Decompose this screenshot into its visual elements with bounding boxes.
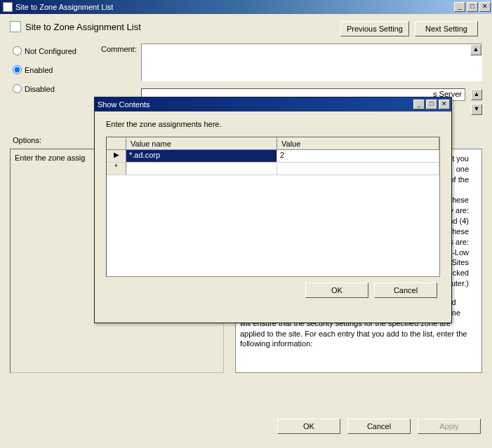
cell-value-name[interactable] — [126, 163, 277, 175]
main-button-bar: OK Cancel Apply — [0, 409, 492, 434]
comment-scroll-up[interactable]: ▲ — [470, 44, 481, 55]
radio-disabled[interactable]: Disabled — [13, 84, 101, 93]
show-contents-dialog: Show Contents _ □ ✕ Enter the zone assig… — [94, 97, 452, 323]
row-indicator: ▶ — [107, 150, 126, 162]
radio-enabled[interactable]: Enabled — [13, 65, 101, 74]
grid-corner — [107, 137, 126, 149]
radio-not-configured-input[interactable] — [13, 46, 22, 55]
radio-not-configured[interactable]: Not Configured — [13, 46, 101, 55]
radio-disabled-input[interactable] — [13, 84, 22, 93]
close-button[interactable]: ✕ — [479, 2, 491, 12]
cell-value-name[interactable]: *.ad.corp — [126, 150, 277, 162]
page-title: Site to Zone Assignment List — [25, 22, 141, 32]
dialog-titlebar: Show Contents _ □ ✕ — [95, 97, 451, 111]
row-indicator: * — [107, 163, 126, 175]
app-icon — [3, 2, 13, 12]
dialog-minimize-button[interactable]: _ — [413, 100, 425, 109]
dialog-title: Show Contents — [98, 100, 150, 109]
supports-scroll-down[interactable]: ▼ — [471, 104, 482, 115]
dialog-ok-button[interactable]: OK — [305, 283, 368, 298]
dialog-maximize-button[interactable]: □ — [426, 100, 437, 109]
grid-row-new[interactable]: * — [107, 163, 439, 175]
dialog-instruction: Enter the zone assignments here. — [106, 120, 440, 128]
maximize-button[interactable]: □ — [467, 2, 478, 12]
window-title: Site to Zone Assignment List — [15, 3, 113, 11]
options-text: Enter the zone assig — [15, 154, 85, 162]
col-value-name[interactable]: Value name — [126, 137, 277, 149]
comment-textarea[interactable] — [141, 43, 482, 81]
dialog-cancel-button[interactable]: Cancel — [374, 283, 437, 298]
apply-button[interactable]: Apply — [418, 419, 481, 434]
radio-enabled-input[interactable] — [13, 65, 22, 74]
dialog-close-button[interactable]: ✕ — [439, 100, 450, 109]
cancel-button[interactable]: Cancel — [347, 419, 411, 434]
supports-scroll-up[interactable]: ▲ — [471, 89, 482, 100]
zone-grid[interactable]: Value name Value ▶ *.ad.corp 2 * — [106, 137, 440, 277]
col-value[interactable]: Value — [277, 137, 439, 149]
cell-value[interactable]: 2 — [277, 150, 439, 162]
minimize-button[interactable]: _ — [454, 2, 465, 12]
main-titlebar: Site to Zone Assignment List _ □ ✕ — [0, 0, 492, 14]
next-setting-button[interactable]: Next Setting — [415, 21, 478, 36]
ok-button[interactable]: OK — [277, 419, 340, 434]
previous-setting-button[interactable]: Previous Setting — [340, 21, 409, 36]
grid-row[interactable]: ▶ *.ad.corp 2 — [107, 150, 439, 163]
policy-icon — [10, 21, 21, 32]
cell-value[interactable] — [277, 163, 439, 175]
